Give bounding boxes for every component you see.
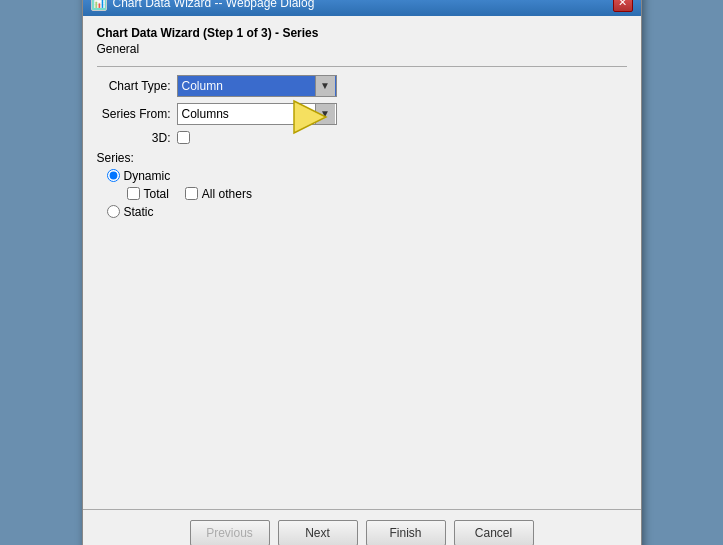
empty-area: [97, 229, 627, 489]
title-bar-text: Chart Data Wizard -- Webpage Dialog: [113, 0, 315, 10]
dynamic-label: Dynamic: [124, 169, 171, 183]
chart-type-select[interactable]: Column Bar Line Pie Area: [177, 75, 337, 97]
series-radio-group: Dynamic Total All others Static: [107, 169, 627, 219]
chart-type-row: Chart Type: Column Bar Line Pie Area ▼: [97, 75, 627, 97]
static-radio[interactable]: [107, 205, 120, 218]
d3-row: 3D:: [97, 131, 627, 145]
wizard-subtitle: General: [97, 42, 627, 56]
tooltip-arrow-icon: [292, 99, 328, 138]
button-bar: Previous Next Finish Cancel: [83, 510, 641, 546]
content-area: Chart Data Wizard (Step 1 of 3) - Series…: [83, 16, 641, 499]
static-radio-row: Static: [107, 205, 627, 219]
total-checkbox[interactable]: [127, 187, 140, 200]
finish-button[interactable]: Finish: [366, 520, 446, 546]
cancel-button[interactable]: Cancel: [454, 520, 534, 546]
dynamic-radio-row: Dynamic: [107, 169, 627, 183]
previous-button[interactable]: Previous: [190, 520, 270, 546]
dialog-window: 📊 Chart Data Wizard -- Webpage Dialog ✕ …: [82, 0, 642, 545]
series-from-row: Series From: Columns Rows ▼: [97, 103, 627, 125]
dynamic-radio[interactable]: [107, 169, 120, 182]
d3-label: 3D:: [97, 131, 177, 145]
all-others-checkbox[interactable]: [185, 187, 198, 200]
chart-type-label: Chart Type:: [97, 79, 177, 93]
title-bar: 📊 Chart Data Wizard -- Webpage Dialog ✕: [83, 0, 641, 16]
wizard-title: Chart Data Wizard (Step 1 of 3) - Series: [97, 26, 627, 40]
svg-marker-0: [294, 101, 326, 133]
static-label: Static: [124, 205, 154, 219]
chart-type-select-wrapper: Column Bar Line Pie Area ▼: [177, 75, 337, 97]
total-item: Total: [127, 187, 169, 201]
series-from-label: Series From:: [97, 107, 177, 121]
d3-checkbox[interactable]: [177, 131, 190, 144]
window-icon: 📊: [91, 0, 107, 11]
total-label: Total: [144, 187, 169, 201]
all-others-label: All others: [202, 187, 252, 201]
series-section-label: Series:: [97, 151, 627, 165]
all-others-item: All others: [185, 187, 252, 201]
next-button[interactable]: Next: [278, 520, 358, 546]
close-button[interactable]: ✕: [613, 0, 633, 12]
top-separator: [97, 66, 627, 67]
title-bar-left: 📊 Chart Data Wizard -- Webpage Dialog: [91, 0, 315, 11]
dynamic-options-row: Total All others: [127, 187, 627, 201]
